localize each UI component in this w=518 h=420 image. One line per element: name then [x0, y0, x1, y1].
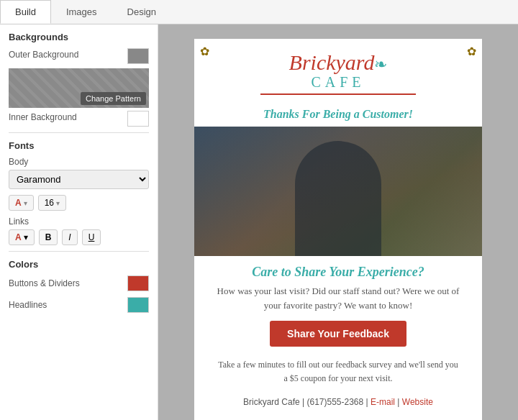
divider-2 — [9, 251, 149, 252]
feedback-button[interactable]: Share Your Feedback — [270, 321, 406, 347]
logo-cafe: CAFE — [209, 74, 468, 91]
buttons-dividers-swatch[interactable] — [127, 275, 149, 291]
font-a-label: A — [15, 198, 22, 208]
logo-brickyard: Brickyard — [289, 50, 375, 74]
person-silhouette — [295, 141, 381, 256]
email-preview-panel: ✿ ✿ Brickyard❧ CAFE Thanks For Being a C… — [158, 24, 518, 420]
corner-ornament-tl: ✿ — [200, 45, 209, 58]
footer-separator: | — [395, 397, 402, 407]
inner-bg-swatch[interactable] — [127, 111, 149, 127]
font-size-value: 16 — [45, 198, 54, 208]
body-label: Body — [9, 157, 149, 167]
colors-section-title: Colors — [9, 259, 149, 270]
footer-email-link[interactable]: E-mail — [371, 397, 395, 407]
footer-static: Brickyard Cafe | (617)555-2368 | — [243, 397, 371, 407]
color-row-headlines: Headlines — [9, 297, 149, 313]
left-panel: Backgrounds Outer Background Change Patt… — [0, 24, 158, 420]
font-color-arrow: ▾ — [24, 199, 27, 207]
link-italic-button[interactable]: I — [62, 229, 77, 245]
email-header: ✿ ✿ Brickyard❧ CAFE — [194, 39, 482, 105]
link-color-arrow: ▾ — [24, 232, 28, 242]
main-layout: Backgrounds Outer Background Change Patt… — [0, 24, 518, 420]
email-container: ✿ ✿ Brickyard❧ CAFE Thanks For Being a C… — [194, 39, 482, 420]
font-size-arrow: ▾ — [56, 199, 60, 207]
corner-ornament-tr: ✿ — [467, 45, 476, 58]
link-controls: A ▾ B I U — [9, 229, 149, 245]
headlines-label: Headlines — [9, 300, 127, 310]
headlines-swatch[interactable] — [127, 297, 149, 313]
inner-bg-label: Inner Background — [9, 112, 77, 122]
email-tagline: Thanks For Being a Customer! — [194, 105, 482, 127]
tab-images[interactable]: Images — [51, 0, 112, 24]
inner-bg-row: Inner Background — [9, 111, 149, 127]
link-underline-button[interactable]: U — [82, 229, 101, 245]
email-photo — [194, 127, 482, 256]
cta-text: How was your last visit? Did our staff s… — [194, 284, 482, 321]
footer-website-link[interactable]: Website — [402, 397, 433, 407]
tab-design[interactable]: Design — [112, 0, 171, 24]
backgrounds-section-title: Backgrounds — [9, 32, 149, 42]
divider-1 — [9, 132, 149, 133]
footer-text: Brickyard Cafe | (617)555-2368 | E-mail … — [194, 394, 482, 410]
coupon-text: Take a few minutes to fill out our feedb… — [194, 355, 482, 394]
outer-bg-row: Outer Background — [9, 48, 149, 64]
logo-text: Brickyard❧ — [209, 50, 468, 74]
pattern-preview: Change Pattern — [9, 68, 149, 108]
cta-heading: Care to Share Your Experience? — [194, 256, 482, 284]
font-color-button[interactable]: A ▾ — [9, 195, 34, 211]
logo-curl: ❧ — [374, 55, 387, 73]
tab-build[interactable]: Build — [0, 0, 51, 24]
color-row-buttons: Buttons & Dividers — [9, 275, 149, 291]
outer-bg-swatch[interactable] — [127, 48, 149, 64]
change-pattern-button[interactable]: Change Pattern — [81, 92, 146, 105]
link-bold-button[interactable]: B — [39, 229, 58, 245]
font-select[interactable]: Garamond Arial Times New Roman Georgia — [9, 170, 149, 189]
link-color-button[interactable]: A ▾ — [9, 229, 35, 245]
link-a-text: A — [15, 232, 22, 242]
tab-bar: Build Images Design — [0, 0, 518, 24]
logo-divider — [260, 93, 416, 95]
font-size-button[interactable]: 16 ▾ — [38, 195, 66, 211]
links-label: Links — [9, 216, 149, 227]
fonts-section-title: Fonts — [9, 140, 149, 151]
font-controls: A ▾ 16 ▾ — [9, 195, 149, 211]
buttons-dividers-label: Buttons & Dividers — [9, 278, 127, 288]
outer-bg-label: Outer Background — [9, 50, 78, 60]
